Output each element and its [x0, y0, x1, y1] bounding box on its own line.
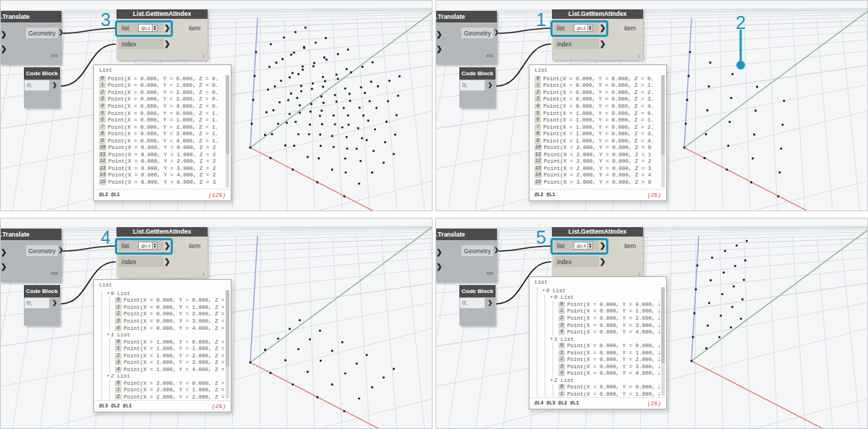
indent-guide — [553, 384, 558, 391]
code-block-input[interactable]: 0; — [25, 80, 49, 90]
index-input-connector[interactable]: ❯ — [600, 41, 605, 48]
item-output-port[interactable]: item — [618, 22, 642, 33]
list-row: 12Point(X = 2.000, Y = 0.000, Z = 2 — [529, 158, 660, 166]
indent-guide — [109, 325, 115, 332]
index-input-port[interactable]: index — [119, 38, 163, 49]
indent-guide — [545, 301, 550, 308]
code-block-node[interactable]: Code Block0;❯ — [459, 285, 495, 326]
list-row: 4Point(X = 0.000, Y = 4.000, Z = — [94, 325, 224, 332]
index-input-port[interactable]: index — [119, 256, 163, 267]
scrollbar-track[interactable] — [661, 287, 665, 396]
geometry-output-port[interactable]: Geometry — [26, 27, 58, 38]
index-input-connector[interactable]: ❯ — [600, 258, 605, 266]
list-preview-popup[interactable]: List0Point(X = 0.000, Y = 0.000, Z = 0.1… — [529, 64, 667, 201]
code-block-body: 0;❯ — [459, 80, 495, 108]
index-input-port[interactable]: index — [554, 38, 599, 49]
translate-node[interactable]: .TranslateGeometry❯❯❯xxx — [435, 11, 497, 64]
list-preview-popup[interactable]: List▼0 List▼0 List0Point(X = 0.000, Y = … — [529, 276, 667, 409]
expand-triangle-icon[interactable]: ▼ — [542, 289, 545, 293]
translate-input-port-1[interactable]: ❯ — [1, 249, 7, 256]
expand-triangle-icon[interactable]: ▼ — [550, 295, 553, 300]
expand-triangle-icon[interactable]: ▼ — [107, 333, 109, 337]
list-row: 7Point(X = 1.000, Y = 0.000, Z = 2. — [529, 124, 660, 131]
code-block-input[interactable]: 0; — [25, 298, 49, 308]
code-block-node[interactable]: Code Block0;❯ — [24, 67, 60, 108]
scrollbar-track[interactable] — [226, 290, 229, 399]
code-block-output-port[interactable]: ❯ — [52, 300, 57, 306]
expand-triangle-icon[interactable]: ▼ — [550, 378, 553, 383]
item-output-port[interactable]: item — [618, 240, 642, 251]
index-input-connector[interactable]: ❯ — [164, 41, 170, 48]
scrollbar-thumb[interactable] — [661, 75, 665, 154]
translate-node[interactable]: .TranslateGeometry❯❯❯xxx — [0, 229, 61, 282]
row-index-badge: 2 — [115, 353, 122, 359]
code-block-input[interactable]: 0; — [460, 298, 485, 308]
list-row: 1Point(X = 0.000, Y = 1.000, Z — [529, 308, 660, 315]
index-input-connector[interactable]: ❯ — [164, 258, 170, 266]
code-block-input[interactable]: 0; — [460, 80, 485, 90]
geometry-output-connector[interactable]: ❯ — [494, 30, 499, 35]
code-block-output-port[interactable]: ❯ — [52, 82, 57, 88]
item-output-port[interactable]: item — [183, 22, 206, 33]
list-row: 4Point(X = 0.000, Y = 4.000, Z = 0. — [94, 103, 224, 110]
row-index-badge: 9 — [99, 138, 106, 144]
list-row: 0Point(X = 0.000, Y = 0.000, Z — [529, 301, 660, 308]
translate-node-body: Geometry❯❯❯xxx — [435, 240, 497, 282]
list-row: ▼2 List — [529, 377, 660, 384]
geometry-output-connector[interactable]: ❯ — [59, 30, 64, 35]
indent-guide — [553, 322, 558, 329]
expand-triangle-icon[interactable]: ▼ — [550, 337, 553, 341]
getitematindex-node[interactable]: List.GetItemAtIndexlist@L3❯index❯item1 — [116, 227, 208, 278]
translate-node[interactable]: .TranslateGeometry❯❯❯xxx — [435, 229, 497, 282]
code-block-output-port[interactable]: ❯ — [488, 300, 493, 306]
item-output-port[interactable]: item — [183, 240, 206, 251]
geometry-output-port[interactable]: Geometry — [461, 245, 493, 256]
list-preview-popup[interactable]: List0Point(X = 0.000, Y = 0.000, Z = 0.1… — [93, 64, 231, 201]
scrollbar-track[interactable] — [661, 75, 665, 187]
code-block-node[interactable]: Code Block0;❯ — [459, 67, 495, 108]
translate-input-port-1[interactable]: ❯ — [436, 249, 442, 256]
geometry-output-port[interactable]: Geometry — [461, 27, 493, 38]
scrollbar-thumb[interactable] — [661, 287, 665, 363]
row-text: Point(X = 0.000, Y = 0.000, Z = 4. — [543, 103, 654, 109]
row-index-badge: 6 — [99, 117, 106, 123]
translate-input-port-1[interactable]: ❯ — [1, 31, 7, 38]
getitematindex-title: List.GetItemAtIndex — [552, 9, 643, 19]
translate-input-port-2[interactable]: ❯ — [436, 46, 442, 53]
list-preview-rows: ▼0 List▼0 List0Point(X = 0.000, Y = 0.00… — [529, 287, 660, 396]
translate-node[interactable]: .TranslateGeometry❯❯❯xxx — [0, 11, 61, 64]
scrollbar-thumb[interactable] — [226, 290, 229, 366]
code-block-title: Code Block — [24, 285, 60, 297]
list-preview-header: List — [94, 280, 231, 289]
code-block-body: 0;❯ — [459, 297, 495, 326]
step-label: 3 — [101, 9, 111, 30]
row-index-badge: 4 — [558, 370, 565, 376]
code-block-output-port[interactable]: ❯ — [488, 82, 493, 88]
expand-triangle-icon[interactable]: ▼ — [107, 374, 109, 378]
getitematindex-node[interactable]: List.GetItemAtIndexlist@L4❯index❯item1 — [552, 227, 643, 278]
translate-input-port-1[interactable]: ❯ — [436, 31, 442, 38]
getitematindex-node[interactable]: List.GetItemAtIndexlist@L2❯index❯item1 — [552, 9, 643, 60]
translate-input-port-2[interactable]: ❯ — [1, 263, 7, 271]
geometry-output-port[interactable]: Geometry — [26, 245, 58, 256]
scrollbar-track[interactable] — [226, 75, 229, 187]
list-preview-popup[interactable]: List▼0 List0Point(X = 0.000, Y = 0.000, … — [93, 279, 231, 412]
geometry-output-connector[interactable]: ❯ — [59, 247, 64, 253]
list-preview-header: List — [94, 65, 231, 74]
list-row: ▼0 List — [529, 287, 660, 294]
level-callout-highlight — [115, 238, 173, 255]
geometry-output-connector[interactable]: ❯ — [494, 247, 499, 253]
row-index-badge: 0 — [558, 384, 565, 390]
translate-input-port-2[interactable]: ❯ — [436, 263, 442, 271]
row-text: Point(X = 0.000, Y = 4.000, Z — [567, 329, 660, 335]
indent-guide — [109, 352, 115, 360]
scrollbar-thumb[interactable] — [226, 75, 229, 154]
row-index-badge: 3 — [115, 360, 122, 365]
code-block-node[interactable]: Code Block0;❯ — [24, 285, 60, 326]
getitematindex-node[interactable]: List.GetItemAtIndexlist@L1❯index❯item1 — [116, 9, 208, 60]
translate-input-port-2[interactable]: ❯ — [1, 46, 7, 53]
index-input-port[interactable]: index — [554, 256, 599, 267]
list-row: ▼0 List — [94, 290, 224, 297]
indent-guide — [101, 297, 107, 305]
expand-triangle-icon[interactable]: ▼ — [107, 292, 109, 296]
